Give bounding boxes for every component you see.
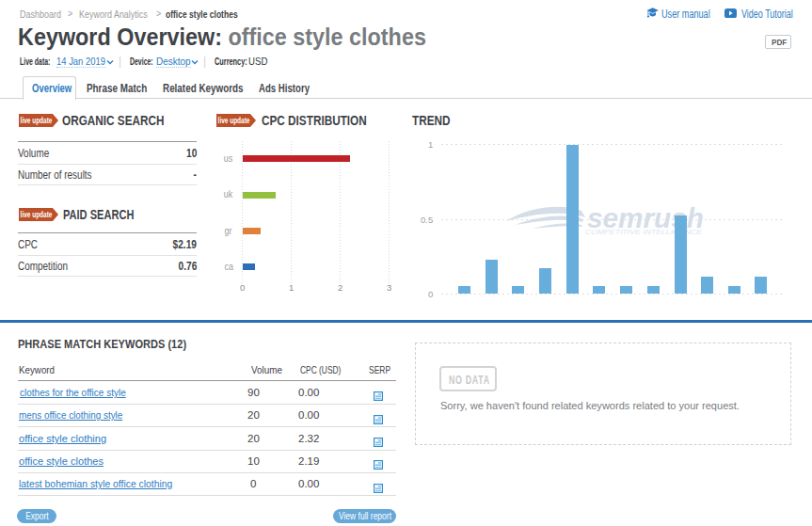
svg-text:1: 1 bbox=[289, 282, 294, 293]
svg-text:0: 0 bbox=[428, 289, 433, 299]
svg-text:gr: gr bbox=[225, 226, 232, 237]
svg-text:0.5: 0.5 bbox=[421, 215, 433, 225]
svg-text:0: 0 bbox=[240, 282, 245, 293]
svg-text:3: 3 bbox=[387, 282, 391, 293]
svg-text:us: us bbox=[224, 153, 233, 165]
svg-text:ca: ca bbox=[225, 262, 234, 273]
svg-text:uk: uk bbox=[224, 189, 233, 200]
svg-text:2: 2 bbox=[338, 282, 342, 293]
svg-text:1: 1 bbox=[428, 139, 433, 150]
